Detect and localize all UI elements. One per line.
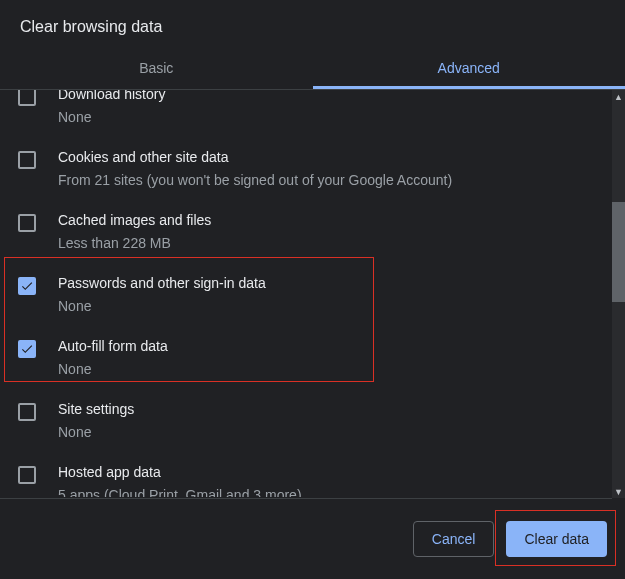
item-title: Site settings	[58, 399, 134, 419]
item-subtitle: None	[58, 296, 266, 316]
cancel-button[interactable]: Cancel	[413, 521, 495, 557]
item-subtitle: None	[58, 422, 134, 442]
checkbox-download-history[interactable]	[18, 89, 36, 106]
item-title: Cached images and files	[58, 210, 211, 230]
options-list: Download history None Cookies and other …	[0, 89, 625, 497]
item-subtitle: Less than 228 MB	[58, 233, 211, 253]
list-item[interactable]: Auto-fill form data None	[0, 326, 625, 389]
checkbox-hosted-apps[interactable]	[18, 466, 36, 484]
item-title: Download history	[58, 89, 165, 104]
tab-advanced[interactable]: Advanced	[313, 50, 626, 89]
dialog-footer: Cancel Clear data	[0, 499, 625, 579]
checkbox-site-settings[interactable]	[18, 403, 36, 421]
checkbox-passwords[interactable]	[18, 277, 36, 295]
list-item[interactable]: Cookies and other site data From 21 site…	[0, 137, 625, 200]
checkbox-cache[interactable]	[18, 214, 36, 232]
item-title: Hosted app data	[58, 462, 302, 482]
list-item[interactable]: Download history None	[0, 89, 625, 137]
item-title: Passwords and other sign-in data	[58, 273, 266, 293]
dialog-title: Clear browsing data	[0, 0, 625, 50]
item-subtitle: 5 apps (Cloud Print, Gmail and 3 more)	[58, 485, 302, 497]
scroll-down-icon[interactable]: ▼	[612, 485, 625, 498]
list-item[interactable]: Site settings None	[0, 389, 625, 452]
scrollbar[interactable]: ▲ ▼	[612, 90, 625, 498]
scroll-thumb[interactable]	[612, 202, 625, 302]
tab-basic[interactable]: Basic	[0, 50, 313, 89]
tabs: Basic Advanced	[0, 50, 625, 89]
item-subtitle: None	[58, 359, 168, 379]
item-subtitle: None	[58, 107, 165, 127]
list-item[interactable]: Hosted app data 5 apps (Cloud Print, Gma…	[0, 452, 625, 497]
scroll-up-icon[interactable]: ▲	[612, 90, 625, 103]
item-title: Auto-fill form data	[58, 336, 168, 356]
item-subtitle: From 21 sites (you won't be signed out o…	[58, 170, 452, 190]
clear-data-button[interactable]: Clear data	[506, 521, 607, 557]
item-title: Cookies and other site data	[58, 147, 452, 167]
checkbox-cookies[interactable]	[18, 151, 36, 169]
list-item[interactable]: Passwords and other sign-in data None	[0, 263, 625, 326]
checkbox-autofill[interactable]	[18, 340, 36, 358]
list-item[interactable]: Cached images and files Less than 228 MB	[0, 200, 625, 263]
